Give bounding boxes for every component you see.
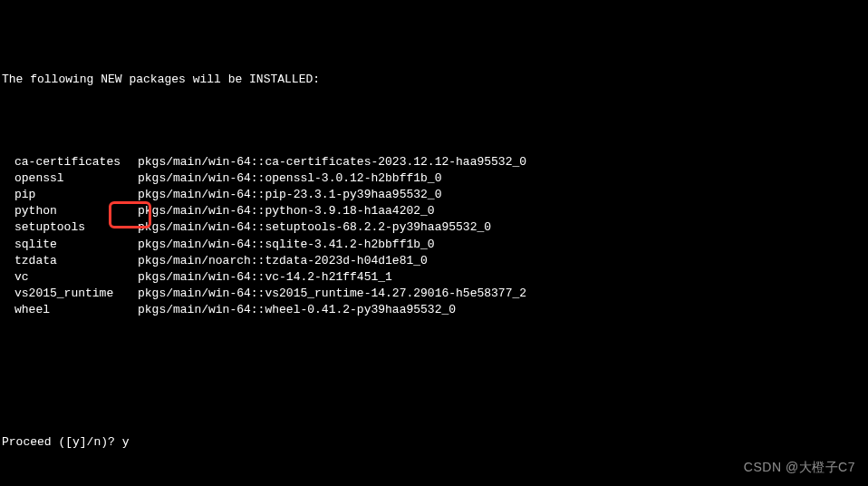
- package-name: vc: [2, 269, 138, 286]
- package-name: wheel: [2, 302, 138, 318]
- package-row: vcpkgs/main/win-64::vc-14.2-h21ff451_1: [2, 269, 868, 286]
- package-name: pip: [2, 187, 138, 203]
- blank-line: [2, 104, 868, 121]
- package-name: tzdata: [2, 253, 138, 269]
- package-spec: pkgs/main/win-64::openssl-3.0.12-h2bbff1…: [138, 170, 868, 187]
- package-row: opensslpkgs/main/win-64::openssl-3.0.12-…: [2, 170, 868, 187]
- package-spec: pkgs/main/win-64::pip-23.3.1-py39haa9553…: [138, 187, 868, 203]
- proceed-prompt[interactable]: Proceed ([y]/n)?: [2, 434, 868, 451]
- package-row: tzdatapkgs/main/noarch::tzdata-2023d-h04…: [2, 253, 868, 269]
- blank-line: [2, 384, 868, 401]
- package-spec: pkgs/main/win-64::setuptools-68.2.2-py39…: [138, 219, 868, 236]
- package-spec: pkgs/main/win-64::wheel-0.41.2-py39haa95…: [138, 302, 868, 318]
- package-list: ca-certificatespkgs/main/win-64::ca-cert…: [2, 154, 868, 319]
- package-name: ca-certificates: [2, 154, 138, 170]
- package-row: sqlitepkgs/main/win-64::sqlite-3.41.2-h2…: [2, 237, 868, 253]
- watermark: CSDN @大橙子C7: [744, 459, 855, 477]
- blank-line: [2, 352, 868, 368]
- package-row: wheelpkgs/main/win-64::wheel-0.41.2-py39…: [2, 302, 868, 318]
- package-spec: pkgs/main/win-64::ca-certificates-2023.1…: [138, 154, 868, 170]
- package-row: setuptoolspkgs/main/win-64::setuptools-6…: [2, 219, 868, 236]
- package-spec: pkgs/main/win-64::python-3.9.18-h1aa4202…: [138, 203, 868, 219]
- package-spec: pkgs/main/win-64::vc-14.2-h21ff451_1: [138, 269, 868, 286]
- package-name: openssl: [2, 170, 138, 187]
- package-name: sqlite: [2, 237, 138, 253]
- package-name: python: [2, 203, 138, 219]
- prompt-text: Proceed ([y]/n)?: [2, 435, 122, 449]
- install-header: The following NEW packages will be INSTA…: [2, 72, 868, 88]
- package-name: vs2015_runtime: [2, 286, 138, 302]
- package-spec: pkgs/main/win-64::vs2015_runtime-14.27.2…: [138, 286, 868, 302]
- package-row: pythonpkgs/main/win-64::python-3.9.18-h1…: [2, 203, 868, 219]
- package-row: ca-certificatespkgs/main/win-64::ca-cert…: [2, 154, 868, 170]
- package-row: vs2015_runtimepkgs/main/win-64::vs2015_r…: [2, 286, 868, 302]
- package-name: setuptools: [2, 219, 138, 236]
- prompt-input[interactable]: [122, 435, 149, 449]
- package-spec: pkgs/main/noarch::tzdata-2023d-h04d1e81_…: [138, 253, 868, 269]
- package-spec: pkgs/main/win-64::sqlite-3.41.2-h2bbff1b…: [138, 237, 868, 253]
- package-row: pippkgs/main/win-64::pip-23.3.1-py39haa9…: [2, 187, 868, 203]
